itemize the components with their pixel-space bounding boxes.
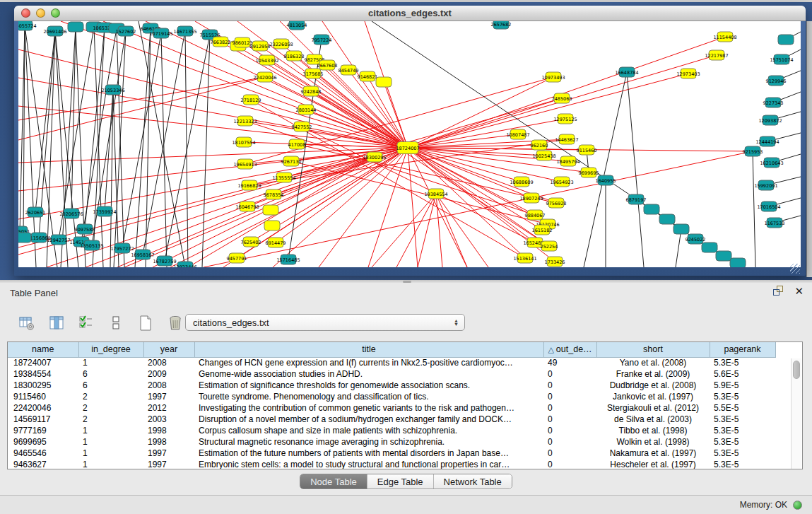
table-scrollbar[interactable] (791, 358, 801, 469)
edge[interactable] (71, 27, 76, 214)
edge-selected[interactable] (18, 77, 265, 140)
table-row[interactable]: 1938455462009Genome-wide association stu… (8, 368, 775, 380)
edge[interactable] (627, 72, 644, 267)
cell-name[interactable]: 14569117 (8, 414, 78, 425)
cell-pagerank[interactable]: 5.9E-5 (710, 380, 775, 391)
graph-node[interactable] (68, 22, 83, 32)
show-columns-icon[interactable] (47, 313, 66, 333)
cell-pagerank[interactable]: 5.3E-5 (710, 448, 775, 459)
edge-selected[interactable] (313, 74, 408, 148)
cell-indeg[interactable]: 1 (78, 357, 143, 368)
scrollbar-thumb[interactable] (793, 361, 800, 379)
cell-outdeg[interactable]: 0 (543, 448, 596, 459)
table-row[interactable]: 969969511998Structural magnetic resonanc… (8, 436, 775, 448)
cell-year[interactable]: 1997 (143, 448, 194, 459)
table-row[interactable]: 1872400712008Changes of HCN gene express… (8, 357, 775, 368)
cell-name[interactable]: 22420046 (8, 402, 78, 414)
float-panel-icon[interactable] (773, 286, 784, 296)
cell-title[interactable]: Investigating the contribution of common… (194, 402, 543, 414)
cell-name[interactable]: 9777169 (8, 425, 78, 436)
edge[interactable] (185, 31, 188, 267)
column-header-out_de[interactable]: △out_de… (543, 342, 596, 357)
cell-short[interactable]: Jankovic et al. (1997) (596, 391, 710, 402)
cell-name[interactable]: 18724007 (8, 357, 78, 368)
edge-selected[interactable] (396, 194, 436, 267)
zoom-button[interactable] (51, 8, 60, 18)
edge-selected[interactable] (322, 21, 408, 148)
cell-year[interactable]: 2008 (143, 380, 194, 391)
graph-node[interactable] (644, 204, 659, 214)
cell-year[interactable]: 2012 (143, 402, 194, 414)
cell-indeg[interactable]: 6 (78, 380, 143, 391)
column-header-year[interactable]: year (143, 342, 194, 357)
table-row[interactable]: 911546021997Tourette syndrome. Phenomeno… (8, 391, 775, 402)
close-button[interactable] (21, 8, 30, 18)
column-header-name[interactable]: name (8, 342, 78, 357)
table-row[interactable]: 977716911998Corpus callosum shape and si… (8, 425, 775, 436)
table-source-dropdown[interactable]: citations_edges.txt ▲▼ (185, 314, 465, 331)
cell-short[interactable]: Hescheler et al. (1997) (596, 459, 710, 469)
graph-node[interactable] (702, 243, 717, 252)
cell-name[interactable]: 9465546 (8, 448, 78, 459)
cell-indeg[interactable]: 6 (78, 368, 143, 380)
edge[interactable] (676, 229, 681, 267)
cell-title[interactable]: Embryonic stem cells: a model to study s… (194, 459, 543, 469)
cell-outdeg[interactable]: 0 (543, 380, 596, 391)
graph-node[interactable] (716, 251, 731, 261)
edge-selected[interactable] (408, 37, 725, 148)
column-header-title[interactable]: title (194, 342, 543, 357)
cell-title[interactable]: Changes of HCN gene expression and I(f) … (194, 357, 543, 368)
edge[interactable] (55, 31, 68, 267)
edge-selected[interactable] (103, 21, 408, 148)
cell-pagerank[interactable]: 5.3E-5 (710, 357, 775, 368)
column-header-pagerank[interactable]: pagerank (710, 342, 775, 357)
cell-short[interactable]: Nakamura et al. (1997) (596, 448, 710, 459)
edge-selected[interactable] (408, 74, 688, 148)
graph-node[interactable] (673, 224, 689, 234)
cell-pagerank[interactable]: 5.3E-5 (710, 425, 775, 436)
column-header-short[interactable]: short (596, 342, 710, 357)
cell-pagerank[interactable]: 5.3E-5 (710, 459, 775, 469)
edge-selected[interactable] (436, 194, 442, 267)
minimize-button[interactable] (36, 8, 45, 18)
cell-name[interactable]: 9699695 (8, 436, 78, 448)
edge[interactable] (114, 31, 126, 267)
window-titlebar[interactable]: citations_edges.txt (14, 6, 806, 21)
table-row[interactable]: 1830029562008Estimation of significance … (8, 380, 775, 391)
cell-year[interactable]: 1997 (143, 459, 194, 469)
edge-selected[interactable] (18, 148, 408, 247)
graph-node[interactable] (18, 233, 31, 243)
cell-title[interactable]: Corpus callosum shape and size in male p… (194, 425, 543, 436)
cell-short[interactable]: Wolkin et al. (1998) (596, 436, 710, 448)
cell-pagerank[interactable]: 5.5E-5 (710, 402, 775, 414)
window-resize-grip[interactable] (790, 264, 800, 274)
cell-name[interactable]: 9463627 (8, 459, 78, 469)
cell-pagerank[interactable]: 5.3E-5 (710, 391, 775, 402)
cell-name[interactable]: 19384554 (8, 368, 78, 380)
new-column-icon[interactable] (136, 313, 155, 333)
tab-edge-table[interactable]: Edge Table (367, 474, 433, 489)
graph-node-selected[interactable] (264, 221, 280, 230)
edge-selected[interactable] (18, 49, 408, 148)
table-row[interactable]: 946554611997Estimation of the future num… (8, 448, 775, 459)
cell-title[interactable]: Tourette syndrome. Phenomenology and cla… (194, 391, 543, 402)
cell-outdeg[interactable]: 0 (543, 459, 596, 469)
cell-title[interactable]: Estimation of significance thresholds fo… (194, 380, 543, 391)
cell-year[interactable]: 1997 (143, 391, 194, 402)
cell-short[interactable]: Tibbo et al. (1998) (596, 425, 710, 436)
cell-short[interactable]: Dudbridge et al. (2008) (596, 380, 710, 391)
cell-year[interactable]: 2008 (143, 357, 194, 368)
graph-node-selected[interactable] (376, 77, 392, 87)
cell-year[interactable]: 2009 (143, 368, 194, 380)
cell-outdeg[interactable]: 0 (543, 391, 596, 402)
tab-network-table[interactable]: Network Table (433, 474, 512, 489)
cell-pagerank[interactable]: 5.3E-5 (710, 436, 775, 448)
cell-outdeg[interactable]: 0 (543, 414, 596, 425)
row-height-icon[interactable] (106, 313, 126, 333)
table-row[interactable]: 946362711997Embryonic stem cells: a mode… (8, 459, 775, 469)
cell-year[interactable]: 1998 (143, 436, 194, 448)
cell-pagerank[interactable]: 5.6E-5 (710, 368, 775, 380)
column-select-icon[interactable] (76, 313, 96, 333)
cell-outdeg[interactable]: 49 (543, 357, 596, 368)
graph-node[interactable] (778, 35, 794, 45)
